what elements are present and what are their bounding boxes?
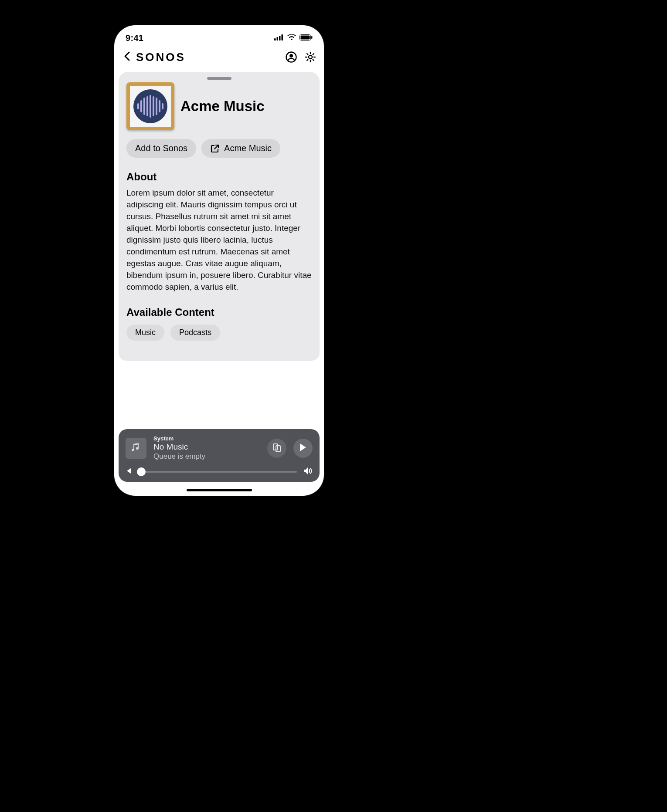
- home-indicator[interactable]: [187, 489, 252, 491]
- battery-icon: [299, 34, 313, 42]
- service-logo: [126, 82, 174, 130]
- svg-rect-0: [274, 38, 276, 41]
- content-tags: Music Podcasts: [126, 325, 312, 341]
- content-tag: Podcasts: [170, 325, 220, 341]
- rooms-icon: [272, 443, 282, 454]
- back-button[interactable]: [121, 49, 133, 65]
- svg-rect-6: [311, 36, 313, 39]
- phone-frame: 9:41 SONOS: [114, 25, 324, 496]
- music-note-icon: [130, 442, 142, 455]
- mini-player[interactable]: System No Music Queue is empty: [119, 429, 320, 482]
- drag-handle[interactable]: [207, 77, 231, 80]
- slider-thumb[interactable]: [137, 467, 146, 476]
- player-subtitle: Queue is empty: [153, 452, 260, 461]
- wifi-icon: [287, 34, 296, 42]
- volume-icon: [303, 467, 313, 477]
- button-label: Add to Sonos: [135, 143, 187, 153]
- svg-rect-1: [277, 37, 279, 41]
- about-text: Lorem ipsum dolor sit amet, consectetur …: [126, 187, 312, 293]
- app-title: SONOS: [136, 51, 186, 64]
- cellular-signal-icon: [274, 34, 284, 42]
- about-heading: About: [126, 171, 312, 183]
- button-label: Acme Music: [224, 143, 272, 153]
- service-detail-panel: Acme Music Add to Sonos Acme Music About…: [119, 72, 320, 361]
- status-bar: 9:41: [114, 25, 324, 47]
- waveform-icon: [133, 89, 167, 123]
- app-nav-bar: SONOS: [114, 47, 324, 69]
- add-to-sonos-button[interactable]: Add to Sonos: [126, 139, 196, 158]
- previous-button[interactable]: [126, 468, 132, 476]
- svg-point-8: [289, 54, 293, 58]
- service-name: Acme Music: [180, 98, 265, 115]
- previous-icon: [126, 468, 132, 476]
- svg-point-9: [309, 55, 312, 59]
- external-link-icon: [210, 144, 220, 153]
- svg-rect-2: [279, 36, 281, 41]
- progress-slider[interactable]: [138, 471, 297, 473]
- now-playing-art: [126, 438, 146, 459]
- play-button[interactable]: [293, 439, 313, 458]
- play-icon: [299, 443, 307, 453]
- volume-button[interactable]: [303, 467, 313, 477]
- svg-rect-3: [282, 34, 283, 41]
- status-time: 9:41: [126, 33, 143, 43]
- account-button[interactable]: [285, 51, 298, 64]
- group-rooms-button[interactable]: [267, 439, 286, 458]
- open-service-button[interactable]: Acme Music: [201, 139, 280, 158]
- settings-button[interactable]: [304, 51, 317, 64]
- player-title: No Music: [153, 442, 260, 452]
- player-system-label: System: [153, 435, 260, 442]
- content-tag: Music: [126, 325, 164, 341]
- svg-rect-5: [301, 35, 310, 39]
- available-content-heading: Available Content: [126, 306, 312, 318]
